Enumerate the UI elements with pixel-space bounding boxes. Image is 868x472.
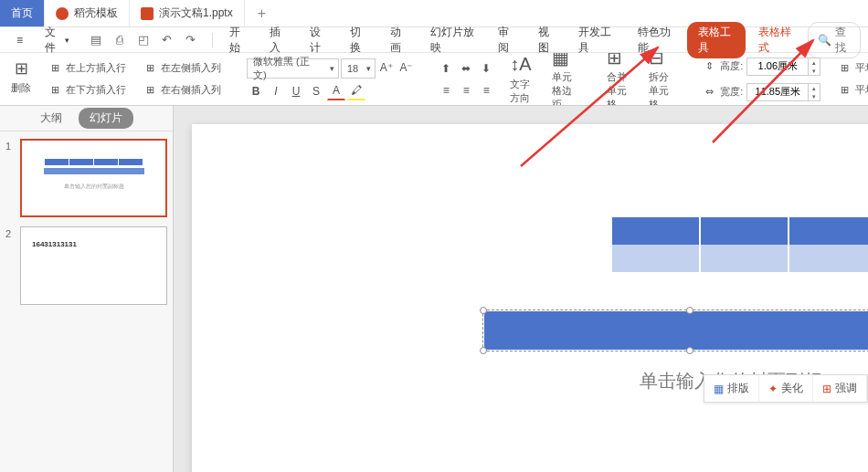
insert-col-left[interactable]: ⊞在左侧插入列 — [139, 59, 225, 78]
bold-icon[interactable]: B — [247, 82, 265, 100]
menu-file-label: 文件 — [45, 25, 62, 56]
font-name-select[interactable]: 微软雅黑 (正文)▾ — [247, 58, 339, 79]
align-middle-icon[interactable]: ⬌ — [457, 59, 475, 78]
group-insert-col: ⊞在左侧插入列 ⊞在右侧插入列 — [139, 59, 225, 100]
align-right-icon[interactable]: ≡ — [477, 81, 495, 100]
thumbnail-1[interactable]: 单击输入您的封面副标题 — [20, 139, 167, 217]
delete-button[interactable]: 删除 — [7, 79, 35, 97]
slide[interactable]: 单击输入您的封面副标 — [192, 124, 868, 472]
height-spinner[interactable]: ▴▾ — [746, 58, 820, 76]
menu-table-style[interactable]: 表格样式 — [749, 21, 804, 59]
cell-margin[interactable]: ▦ 单元格边距 — [546, 53, 579, 106]
resize-handle[interactable] — [480, 307, 487, 314]
menu-start[interactable]: 开始 — [220, 21, 257, 59]
font-size-select[interactable]: 18▾ — [341, 58, 376, 79]
menu-file[interactable]: 文件 ▾ — [36, 21, 79, 59]
emphasis-icon: ⊞ — [822, 383, 831, 395]
resize-handle[interactable] — [686, 347, 693, 354]
delete-icon[interactable]: ⊞ — [14, 61, 28, 76]
height-input[interactable] — [747, 61, 808, 72]
spin-up-icon[interactable]: ▴ — [809, 58, 820, 67]
merge-icon: ⊞ — [607, 53, 629, 68]
quick-access-toolbar: ▤ ⎙ ◰ ↶ ↷ — [82, 32, 205, 48]
italic-icon[interactable]: I — [267, 82, 285, 100]
group-font: 微软雅黑 (正文)▾ 18▾ A⁺ A⁻ B I U S A 🖍 — [247, 58, 415, 100]
dist-cols-icon: ⊞ — [837, 83, 852, 98]
group-align: ⬆ ⬌ ⬇ ≡ ≡ ≡ — [437, 59, 495, 100]
spin-up-icon[interactable]: ▴ — [809, 84, 820, 92]
chevron-down-icon: ▾ — [366, 64, 371, 73]
tab-slides[interactable]: 幻灯片 — [79, 108, 133, 129]
spin-down-icon[interactable]: ▾ — [809, 67, 820, 75]
tab-outline[interactable]: 大纲 — [40, 108, 62, 129]
selected-table[interactable] — [484, 311, 868, 350]
template-icon — [56, 7, 69, 20]
increase-font-icon[interactable]: A⁺ — [377, 58, 396, 77]
split-cells[interactable]: ⊟ 拆分单元格 — [643, 53, 676, 106]
float-toolbar: ▦排版 ✦美化 ⊞强调 — [704, 374, 868, 403]
chevron-down-icon: ▾ — [330, 64, 334, 73]
font-color-icon[interactable]: A — [327, 82, 345, 100]
underline-icon[interactable]: U — [287, 82, 305, 100]
group-distribute: ⊞平均分布各行 ⊞平均分布各列 — [833, 59, 868, 100]
spin-down-icon[interactable]: ▾ — [809, 92, 820, 100]
save-icon[interactable]: ▤ — [88, 32, 104, 48]
insert-row-below[interactable]: ⊞在下方插入行 — [44, 81, 130, 100]
thumb-number: 2 — [5, 226, 15, 305]
col-left-icon: ⊞ — [143, 61, 157, 76]
tab-document-label: 演示文稿1.pptx — [159, 5, 233, 21]
menubar: ≡ 文件 ▾ ▤ ⎙ ◰ ↶ ↷ 开始 插入 设计 切换 动画 幻灯片放映 审阅… — [0, 27, 868, 53]
chevron-down-icon: ▾ — [65, 36, 69, 45]
width-icon: ⇔ — [702, 85, 716, 100]
menu-table-tools[interactable]: 表格工具 — [687, 22, 746, 58]
decrease-font-icon[interactable]: A⁻ — [397, 58, 416, 77]
insert-col-right[interactable]: ⊞在右侧插入列 — [139, 81, 225, 100]
menu-animation[interactable]: 动画 — [381, 21, 418, 59]
undo-icon[interactable]: ↶ — [159, 32, 175, 48]
text-direction[interactable]: ↕A 文字方向 — [504, 53, 537, 106]
slide-panel: 大纲 幻灯片 1 单击输入您的封面副标题 2 16431313131 — [0, 106, 174, 472]
highlight-icon[interactable]: 🖍 — [347, 82, 365, 100]
group-insert-rowcol: ⊞在上方插入行 ⊞在下方插入行 — [44, 59, 130, 100]
dist-rows[interactable]: ⊞平均分布各行 — [833, 59, 868, 78]
group-delete: ⊞ 删除 — [7, 61, 35, 97]
print-icon[interactable]: ⎙ — [111, 32, 128, 48]
thumb1-text: 单击输入您的封面副标题 — [64, 183, 124, 191]
resize-handle[interactable] — [686, 307, 693, 314]
divider — [212, 33, 213, 47]
align-top-icon[interactable]: ⬆ — [437, 59, 455, 78]
ribbon: ⊞ 删除 ⊞在上方插入行 ⊞在下方插入行 ⊞在左侧插入列 ⊞在右侧插入列 微软雅… — [0, 53, 868, 106]
panel-tabs: 大纲 幻灯片 — [0, 106, 173, 131]
row-above-icon: ⊞ — [48, 61, 62, 76]
float-layout[interactable]: ▦排版 — [704, 375, 759, 402]
width-spinner[interactable]: ▴▾ — [746, 83, 820, 101]
width-input[interactable] — [747, 87, 808, 98]
thumb2-title: 16431313131 — [32, 240, 155, 248]
search-icon: 🔍 — [818, 34, 831, 47]
beauty-icon: ✦ — [768, 383, 778, 395]
preview-icon[interactable]: ◰ — [135, 32, 152, 48]
menu-transition[interactable]: 切换 — [341, 21, 377, 59]
hamburger-menu[interactable]: ≡ — [7, 30, 32, 50]
insert-row-above[interactable]: ⊞在上方插入行 — [44, 59, 130, 78]
strike-icon[interactable]: S — [307, 82, 325, 100]
slide-table-top[interactable] — [612, 217, 868, 272]
align-center-icon[interactable]: ≡ — [457, 81, 475, 100]
menu-insert[interactable]: 插入 — [260, 21, 297, 59]
menu-design[interactable]: 设计 — [301, 21, 337, 59]
height-icon: ⇕ — [702, 59, 716, 74]
canvas[interactable]: 单击输入您的封面副标 ▦排版 ✦美化 ⊞强调 — [174, 106, 868, 472]
resize-handle[interactable] — [480, 347, 487, 354]
width-label: 宽度: — [720, 85, 743, 99]
group-size: ⇕ 高度: ▴▾ ⇔ 宽度: ▴▾ — [698, 56, 824, 103]
menu-slideshow[interactable]: 幻灯片放映 — [421, 21, 485, 59]
float-emphasis[interactable]: ⊞强调 — [813, 375, 867, 402]
thumbnail-2[interactable]: 16431313131 — [20, 226, 167, 305]
align-bottom-icon[interactable]: ⬇ — [477, 59, 495, 78]
redo-icon[interactable]: ↷ — [183, 32, 199, 48]
align-left-icon[interactable]: ≡ — [437, 81, 455, 100]
search-box[interactable]: 🔍 查找 — [808, 22, 861, 58]
float-beauty[interactable]: ✦美化 — [759, 375, 813, 402]
merge-cells[interactable]: ⊞ 合并单元格 — [601, 53, 634, 106]
dist-cols[interactable]: ⊞平均分布各列 — [833, 81, 868, 100]
